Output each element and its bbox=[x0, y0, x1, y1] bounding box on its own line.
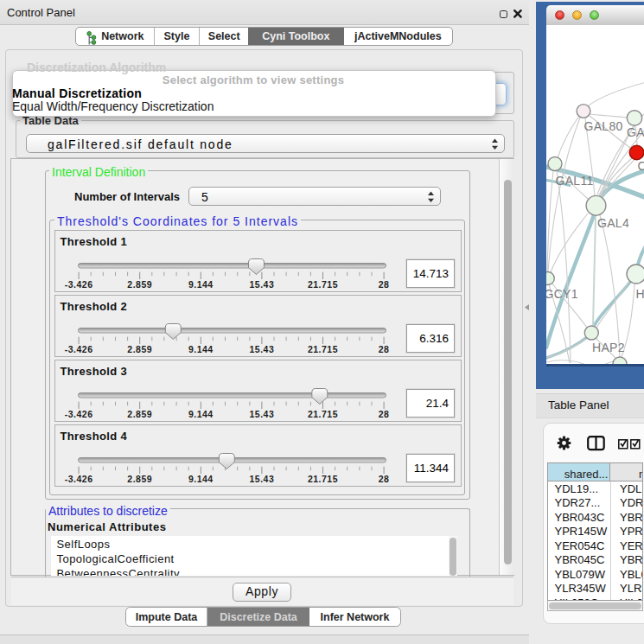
svg-text:-3.426: -3.426 bbox=[64, 474, 92, 484]
svg-text:28: 28 bbox=[378, 344, 389, 354]
svg-text:H: H bbox=[636, 287, 644, 301]
svg-text:-3.426: -3.426 bbox=[64, 344, 92, 354]
svg-text:21.715: 21.715 bbox=[307, 409, 337, 419]
svg-text:GA: GA bbox=[627, 125, 644, 139]
svg-text:HAP2: HAP2 bbox=[592, 341, 625, 354]
svg-text:GAL80: GAL80 bbox=[584, 119, 623, 133]
svg-text:2.859: 2.859 bbox=[127, 344, 152, 354]
svg-text:21.715: 21.715 bbox=[307, 344, 337, 354]
svg-text:28: 28 bbox=[378, 409, 389, 419]
svg-text:28: 28 bbox=[378, 474, 389, 484]
svg-text:9.144: 9.144 bbox=[188, 344, 213, 354]
svg-text:15.43: 15.43 bbox=[249, 279, 274, 290]
svg-text:2.859: 2.859 bbox=[127, 279, 152, 290]
svg-text:15.43: 15.43 bbox=[249, 409, 274, 419]
svg-text:-3.426: -3.426 bbox=[64, 279, 92, 290]
svg-text:9.144: 9.144 bbox=[188, 409, 213, 419]
svg-text:GCY1: GCY1 bbox=[546, 287, 578, 301]
svg-text:9.144: 9.144 bbox=[188, 279, 213, 290]
svg-text:C: C bbox=[638, 159, 644, 173]
svg-text:GAL11: GAL11 bbox=[556, 174, 594, 188]
svg-text:2.859: 2.859 bbox=[127, 409, 152, 419]
svg-text:21.715: 21.715 bbox=[307, 279, 337, 290]
svg-text:28: 28 bbox=[378, 279, 389, 290]
svg-text:21.715: 21.715 bbox=[307, 474, 337, 484]
svg-text:2.859: 2.859 bbox=[127, 474, 152, 484]
svg-text:-3.426: -3.426 bbox=[64, 409, 92, 419]
svg-text:9.144: 9.144 bbox=[188, 474, 213, 484]
svg-text:15.43: 15.43 bbox=[249, 474, 274, 484]
svg-text:GAL4: GAL4 bbox=[597, 216, 629, 230]
svg-text:15.43: 15.43 bbox=[249, 344, 274, 354]
